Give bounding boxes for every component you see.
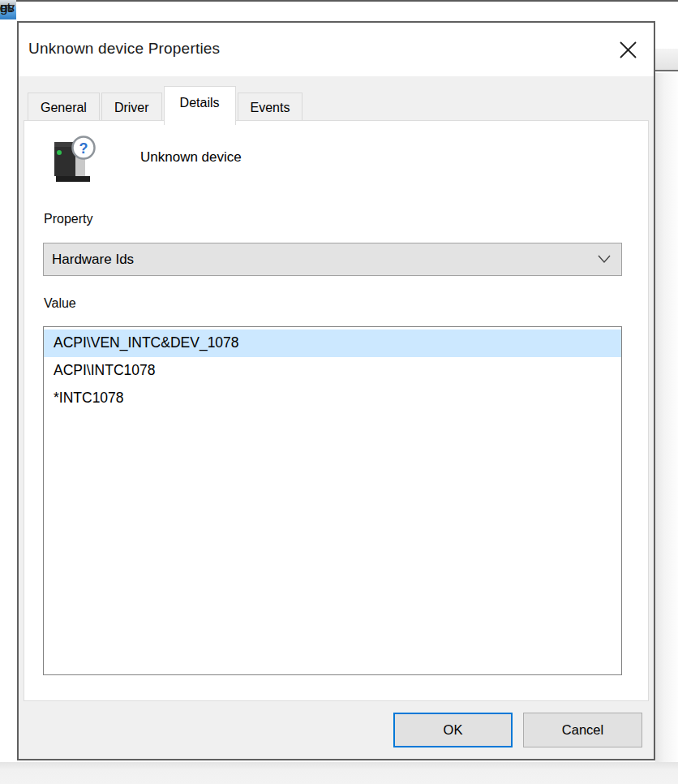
value-list-item[interactable]: ACPI\VEN_INTC&DEV_1078 [44, 330, 621, 357]
property-label: Property [44, 212, 92, 226]
background-right-band [655, 49, 678, 71]
background-bottom-area [0, 762, 678, 784]
screen: { "dialog": { "title": "Unknown device P… [0, 0, 678, 784]
tab-events[interactable]: Events [238, 93, 303, 123]
dialog-title: Unknown device Properties [28, 40, 220, 58]
close-button[interactable] [611, 34, 644, 65]
tab-label: General [41, 101, 87, 114]
background-window-edge [0, 0, 678, 2]
device-name: Unknown device [140, 149, 242, 166]
dialog-titlebar: Unknown device Properties [19, 23, 654, 76]
tab-label: Details [180, 96, 220, 110]
background-window-right-edge [655, 8, 678, 763]
value-list-item[interactable]: ACPI\INTC1078 [44, 357, 621, 385]
cancel-button[interactable]: Cancel [523, 713, 642, 747]
chevron-down-icon[interactable] [598, 255, 611, 264]
ok-button[interactable]: OK [393, 713, 513, 747]
value-list-item[interactable]: *INTC1078 [44, 385, 621, 412]
tab-label: Events [251, 101, 290, 114]
value-label: Value [44, 296, 76, 311]
tab-details[interactable]: Details [164, 86, 236, 125]
details-tab-page: ? Unknown device Property Hardware Ids V… [24, 120, 649, 701]
unknown-device-icon: ? [48, 136, 98, 186]
tab-label: Driver [114, 101, 149, 114]
question-badge: ? [79, 140, 88, 157]
tab-bar: General Driver Details Events [28, 84, 304, 123]
property-selected-value: Hardware Ids [44, 252, 134, 268]
background-text-fragment: n [0, 0, 16, 16]
property-dropdown[interactable]: Hardware Ids [43, 243, 622, 276]
tab-general[interactable]: General [28, 93, 100, 123]
value-list: ACPI\VEN_INTC&DEV_1078 ACPI\INTC1078 *IN… [43, 326, 622, 675]
properties-dialog: Unknown device Properties General Driver… [17, 21, 655, 760]
tab-driver[interactable]: Driver [101, 93, 162, 123]
close-icon [619, 41, 637, 59]
background-right-gradient [655, 73, 678, 763]
